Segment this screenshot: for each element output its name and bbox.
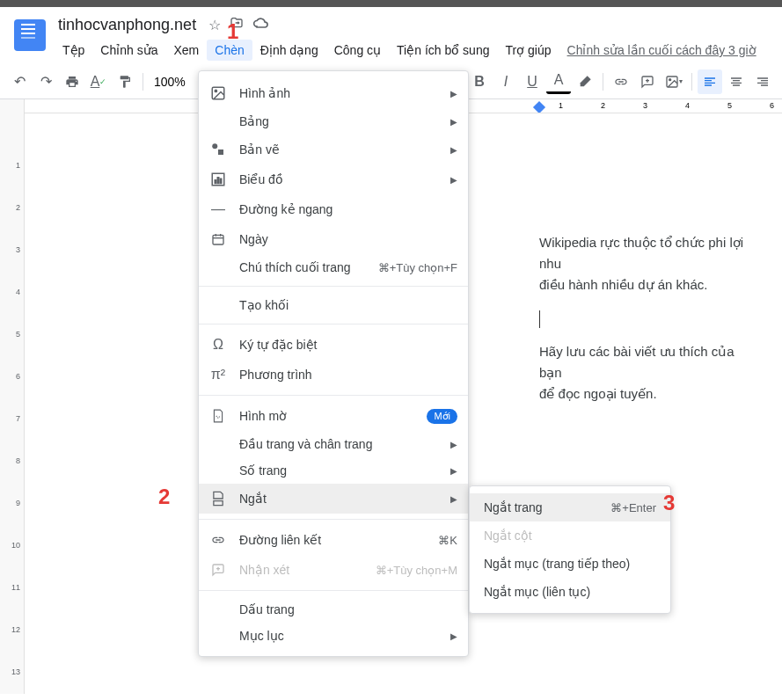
chevron-right-icon: ▶ <box>450 631 457 641</box>
new-badge: Mới <box>427 409 457 424</box>
svg-rect-9 <box>218 149 223 155</box>
chevron-right-icon: ▶ <box>450 466 457 476</box>
underline-button[interactable]: U <box>520 69 544 94</box>
menu-item-table[interactable]: Bảng ▶ <box>199 108 468 135</box>
menu-item-toc[interactable]: Mục lục ▶ <box>199 623 468 649</box>
watermark-icon <box>209 407 227 425</box>
menu-item-watermark[interactable]: Hình mờ Mới <box>199 401 468 431</box>
spellcheck-button[interactable]: A✓ <box>86 69 111 94</box>
annotation-2: 2 <box>158 485 170 509</box>
horizontal-line-icon: — <box>209 201 227 218</box>
menu-format[interactable]: Định dạng <box>252 40 326 61</box>
chevron-right-icon: ▶ <box>450 175 457 185</box>
menu-item-drawing[interactable]: Bản vẽ ▶ <box>199 135 468 164</box>
submenu-column-break: Ngắt cột <box>470 521 670 550</box>
chevron-right-icon: ▶ <box>450 117 457 127</box>
menu-item-building-blocks[interactable]: Tạo khối <box>199 292 468 318</box>
paint-format-button[interactable] <box>113 69 137 94</box>
doc-title[interactable]: tinhocvanphong.net <box>55 14 200 36</box>
break-submenu: Ngắt trang ⌘+Enter Ngắt cột Ngắt mục (tr… <box>469 485 671 614</box>
svg-rect-11 <box>215 180 216 184</box>
drawing-icon <box>209 141 227 158</box>
insert-comment-button[interactable] <box>635 69 660 94</box>
menu-item-footnote[interactable]: Chú thích cuối trang ⌘+Tùy chọn+F <box>199 254 468 281</box>
svg-rect-14 <box>213 235 223 244</box>
last-edit-link[interactable]: Chỉnh sửa lần cuối cách đây 3 giờ <box>559 40 764 61</box>
text-cursor <box>539 310 540 328</box>
menu-addons[interactable]: Tiện ích bổ sung <box>389 40 497 61</box>
submenu-page-break[interactable]: Ngắt trang ⌘+Enter <box>470 493 670 521</box>
menu-item-special-chars[interactable]: Ω Ký tự đặc biệt <box>199 330 468 360</box>
svg-rect-12 <box>217 178 219 184</box>
zoom-select[interactable]: 100% <box>149 75 191 89</box>
annotation-1: 1 <box>227 19 238 44</box>
menu-item-bookmark[interactable]: Dấu trang <box>199 596 468 623</box>
docs-logo-icon[interactable] <box>14 19 46 51</box>
svg-point-1 <box>669 78 671 80</box>
text-color-button[interactable]: A <box>546 69 571 94</box>
link-icon <box>209 531 227 549</box>
menu-item-equation[interactable]: π² Phương trình <box>199 360 468 390</box>
redo-button[interactable]: ↷ <box>33 69 58 94</box>
print-button[interactable] <box>60 69 84 94</box>
align-center-button[interactable] <box>724 69 749 94</box>
italic-button[interactable]: I <box>493 69 518 94</box>
paragraph-text: Hãy lưu các bài viết ưu thích của bạn <box>539 341 756 383</box>
insert-link-button[interactable] <box>609 69 633 94</box>
menu-item-date[interactable]: Ngày <box>199 224 468 254</box>
highlight-button[interactable] <box>573 69 597 94</box>
vertical-ruler: 1 2 3 4 5 6 7 8 9 10 11 12 13 14 <box>0 99 25 694</box>
menu-help[interactable]: Trợ giúp <box>497 40 559 61</box>
menu-item-comment: Nhận xét ⌘+Tùy chọn+M <box>199 555 468 585</box>
image-icon <box>209 84 227 102</box>
star-icon[interactable]: ☆ <box>208 17 221 33</box>
break-icon <box>209 490 227 507</box>
chevron-right-icon: ▶ <box>450 89 457 98</box>
svg-point-8 <box>212 143 217 149</box>
svg-rect-13 <box>220 179 222 183</box>
menu-item-link[interactable]: Đường liên kết ⌘K <box>199 525 468 555</box>
menu-file[interactable]: Tệp <box>55 40 92 61</box>
submenu-section-break-next[interactable]: Ngắt mục (trang tiếp theo) <box>470 550 670 578</box>
omega-icon: Ω <box>209 336 227 354</box>
calendar-icon <box>209 230 227 248</box>
menu-tools[interactable]: Công cụ <box>326 40 389 61</box>
align-left-button[interactable] <box>698 69 722 94</box>
insert-image-button[interactable]: ▾ <box>661 69 686 94</box>
align-right-button[interactable] <box>750 69 775 94</box>
pi-icon: π² <box>209 366 227 383</box>
cloud-status-icon[interactable] <box>252 16 270 34</box>
menu-view[interactable]: Xem <box>166 40 208 61</box>
svg-point-7 <box>215 90 216 91</box>
paragraph-text: Wikipedia rực thuộc tổ chức phi lợi nhu <box>539 232 756 274</box>
chart-icon <box>209 171 227 188</box>
undo-button[interactable]: ↶ <box>7 69 32 94</box>
insert-menu-dropdown: Hình ảnh ▶ Bảng ▶ Bản vẽ ▶ Biểu đồ ▶ — Đ… <box>198 70 469 657</box>
paragraph-text: điều hành nhiều dự án khác. <box>539 274 756 295</box>
menubar: Tệp Chỉnh sửa Xem Chèn Định dạng Công cụ… <box>55 40 764 61</box>
chevron-right-icon: ▶ <box>450 440 457 449</box>
submenu-section-break-continuous[interactable]: Ngắt mục (liên tục) <box>470 578 670 606</box>
menu-item-chart[interactable]: Biểu đồ ▶ <box>199 164 468 194</box>
comment-icon <box>209 561 227 579</box>
chevron-right-icon: ▶ <box>450 494 457 504</box>
annotation-3: 3 <box>663 491 675 515</box>
bold-button[interactable]: B <box>467 69 492 94</box>
paragraph-text: để đọc ngoại tuyến. <box>539 383 756 405</box>
menu-item-image[interactable]: Hình ảnh ▶ <box>199 78 468 108</box>
menu-item-horizontal-line[interactable]: — Đường kẻ ngang <box>199 194 468 224</box>
menu-item-headers-footers[interactable]: Đầu trang và chân trang ▶ <box>199 431 468 457</box>
menu-item-break[interactable]: Ngắt ▶ <box>199 484 468 514</box>
menu-item-page-numbers[interactable]: Số trang ▶ <box>199 457 468 484</box>
menu-edit[interactable]: Chỉnh sửa <box>92 40 165 61</box>
header: tinhocvanphong.net ☆ Tệp Chỉnh sửa Xem C… <box>0 7 782 64</box>
chevron-right-icon: ▶ <box>450 145 457 155</box>
